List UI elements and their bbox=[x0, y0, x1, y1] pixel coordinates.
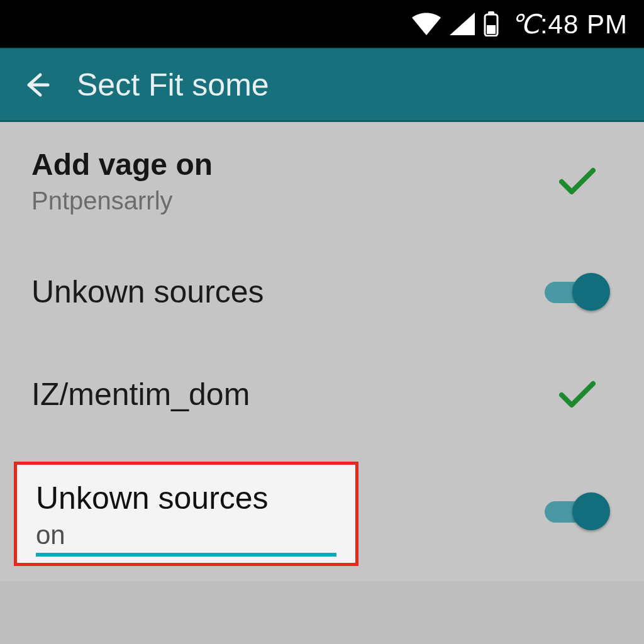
row-subtitle: on bbox=[36, 520, 336, 550]
settings-row-unknown-sources-2[interactable]: Unkown sources on bbox=[0, 445, 644, 581]
back-button[interactable] bbox=[21, 70, 52, 100]
row-title: IZ/mentim_dom bbox=[31, 376, 250, 413]
row-title: Unkown sources bbox=[36, 480, 336, 516]
switch-toggle[interactable] bbox=[540, 273, 615, 311]
status-bar: ℃:48 PM bbox=[0, 0, 644, 48]
row-title: Add vage on bbox=[31, 147, 213, 182]
page-title: Sect Fit some bbox=[77, 67, 269, 103]
accent-underline-icon bbox=[36, 553, 336, 557]
row-subtitle: Pntpensarrly bbox=[31, 187, 213, 215]
settings-row-unknown-sources-1[interactable]: Unkown sources bbox=[0, 240, 644, 343]
checkmark-icon bbox=[540, 380, 615, 409]
settings-row-mentim-dom[interactable]: IZ/mentim_dom bbox=[0, 343, 644, 445]
svg-rect-2 bbox=[487, 25, 496, 34]
app-bar: Sect Fit some bbox=[0, 48, 644, 122]
checkmark-icon bbox=[540, 167, 615, 196]
settings-row-add-vage[interactable]: Add vage on Pntpensarrly bbox=[0, 122, 644, 240]
settings-list: Add vage on Pntpensarrly Unkown sources … bbox=[0, 122, 644, 581]
wifi-icon bbox=[412, 13, 441, 35]
status-icons bbox=[412, 11, 499, 36]
switch-toggle[interactable] bbox=[540, 492, 615, 530]
status-clock: ℃:48 PM bbox=[510, 9, 628, 40]
row-title: Unkown sources bbox=[31, 274, 264, 310]
cell-signal-icon bbox=[450, 13, 475, 35]
battery-icon bbox=[484, 11, 499, 36]
highlight-callout: Unkown sources on bbox=[14, 462, 358, 566]
